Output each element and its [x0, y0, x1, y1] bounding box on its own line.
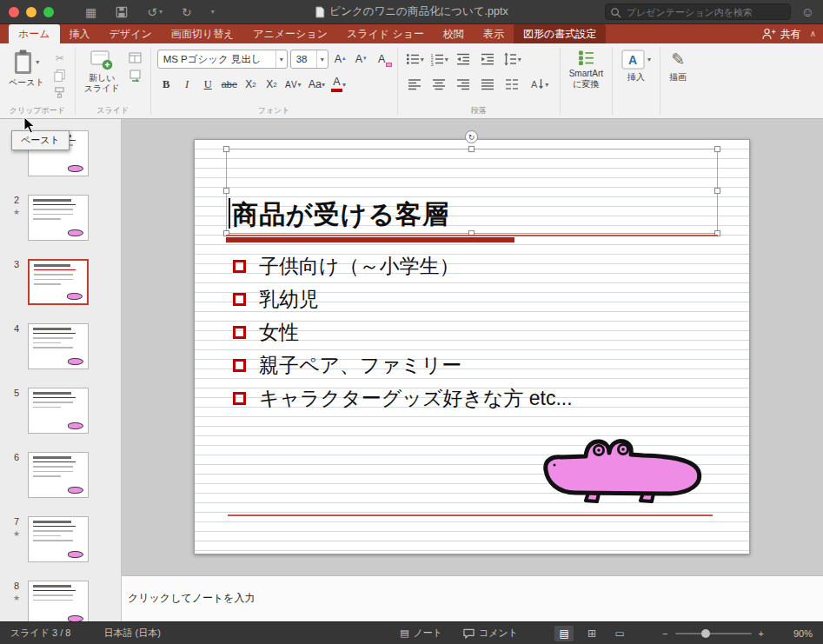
slide-layout-button[interactable] — [127, 50, 144, 65]
tab-view[interactable]: 表示 — [474, 24, 514, 43]
font-size-dropdown-icon[interactable]: ▾ — [316, 50, 328, 68]
resize-handle[interactable] — [468, 146, 475, 152]
bullets-button[interactable]: ▾ — [404, 50, 426, 69]
body-text-box[interactable]: 子供向け（～小学生） 乳幼児 女性 親子ペア、ファミリー キャラクターグッズ好き… — [233, 249, 573, 415]
thumbnail-preview[interactable] — [28, 388, 89, 434]
text-direction-button[interactable]: A ▾ — [526, 75, 554, 94]
line-spacing-button[interactable]: ▾ — [501, 50, 523, 69]
redo-button[interactable]: ↻ — [182, 5, 192, 19]
cut-button[interactable]: ✂ — [51, 50, 69, 65]
numbering-button[interactable]: 123 ▾ — [428, 50, 450, 69]
paste-button[interactable]: ▾ ペースト — [6, 49, 47, 104]
decrease-indent-button[interactable] — [453, 50, 475, 69]
collapse-ribbon-icon[interactable]: ∧ — [810, 24, 823, 43]
zoom-percentage[interactable]: 90% — [793, 628, 813, 639]
bold-button[interactable]: B — [157, 75, 176, 94]
underline-button[interactable]: U — [199, 75, 217, 94]
share-button[interactable]: 共有 — [753, 24, 810, 43]
bullet-item[interactable]: 乳幼児 — [233, 282, 573, 315]
thumbnail-preview[interactable] — [28, 195, 89, 241]
font-name-dropdown-icon[interactable]: ▾ — [275, 50, 287, 68]
thumbnail-preview[interactable] — [28, 516, 89, 562]
convert-to-smartart-button[interactable]: SmartArt に変換 — [567, 49, 606, 104]
search-input[interactable] — [605, 3, 791, 20]
slide-title-text[interactable]: 商品が受ける客層 — [232, 197, 449, 233]
slide-thumbnail-3-selected[interactable]: 3 — [5, 259, 121, 305]
tab-insert[interactable]: 挿入 — [60, 24, 100, 43]
slide-editing-area[interactable]: ↻ 商品が受ける客層 子供向け（～小学生） 乳幼児 女性 親子ペア、ファミリー … — [194, 139, 750, 554]
title-text-box[interactable]: ↻ 商品が受ける客層 — [226, 149, 718, 234]
slide-thumbnail-8[interactable]: 8★ — [5, 581, 121, 621]
thumbnail-preview[interactable] — [28, 323, 89, 369]
toolbar-options-dropdown[interactable]: ▾ — [211, 8, 215, 16]
slide-thumbnail-7[interactable]: 7★ — [5, 516, 121, 562]
copy-button[interactable] — [51, 68, 69, 83]
grow-font-button[interactable]: A▴ — [331, 50, 349, 69]
font-name-combo[interactable]: MS Pゴシック 見出し ▾ — [157, 50, 288, 69]
rotate-handle[interactable]: ↻ — [465, 130, 478, 143]
pink-crocodile-drawing[interactable] — [541, 434, 706, 507]
undo-button[interactable]: ↺▾ — [147, 5, 163, 19]
slide-thumbnail-6[interactable]: 6 — [5, 452, 121, 498]
change-case-button[interactable]: Aa▾ — [307, 75, 327, 94]
zoom-slider[interactable] — [675, 633, 752, 634]
zoom-slider-thumb[interactable] — [701, 629, 710, 638]
increase-indent-button[interactable] — [477, 50, 499, 69]
superscript-button[interactable]: X2 — [242, 75, 260, 94]
language-indicator[interactable]: 日本語 (日本) — [104, 627, 161, 640]
resize-handle[interactable] — [714, 146, 720, 152]
italic-button[interactable]: I — [178, 75, 196, 94]
align-right-button[interactable] — [453, 75, 475, 94]
format-painter-button[interactable] — [51, 85, 69, 100]
insert-text-box-button[interactable]: A ▾ 挿入 — [619, 49, 654, 104]
justify-button[interactable] — [477, 75, 499, 94]
search-box[interactable] — [605, 3, 791, 21]
insert-dropdown-icon[interactable]: ▾ — [647, 56, 651, 63]
slide-thumbnail-5[interactable]: 5 — [5, 388, 121, 434]
normal-view-button[interactable]: ▤ — [554, 626, 574, 641]
align-center-button[interactable] — [428, 75, 450, 94]
tab-animations[interactable]: アニメーション — [243, 24, 337, 43]
slide-thumbnail-4[interactable]: 4 — [5, 323, 121, 369]
bullet-item[interactable]: 子供向け（～小学生） — [233, 249, 573, 282]
tab-design[interactable]: デザイン — [100, 24, 162, 43]
resize-handle[interactable] — [223, 188, 229, 194]
toggle-notes-button[interactable]: ▤ ノート — [400, 627, 442, 640]
tab-transitions[interactable]: 画面切り替え — [162, 24, 244, 43]
zoom-out-button[interactable]: − — [662, 628, 667, 639]
tab-shape-format[interactable]: 図形の書式設定 — [514, 24, 606, 43]
thumbnail-preview[interactable] — [28, 581, 89, 621]
slide-canvas[interactable]: ↻ 商品が受ける客層 子供向け（～小学生） 乳幼児 女性 親子ペア、ファミリー … — [122, 119, 823, 575]
align-left-button[interactable] — [404, 75, 426, 94]
thumbnail-preview[interactable] — [28, 259, 89, 305]
reset-slide-button[interactable] — [127, 68, 144, 83]
bullet-item[interactable]: 親子ペア、ファミリー — [233, 349, 573, 382]
toggle-comments-button[interactable]: コメント — [463, 627, 518, 640]
bullet-item[interactable]: キャラクターグッズ好きな方 etc... — [233, 382, 573, 415]
draw-button[interactable]: ✎ 描画 — [667, 49, 689, 104]
zoom-window-button[interactable] — [43, 7, 54, 17]
resize-handle[interactable] — [223, 146, 229, 152]
minimize-window-button[interactable] — [26, 7, 37, 17]
slide-sorter-view-button[interactable]: ⊞ — [582, 626, 601, 641]
resize-handle[interactable] — [714, 188, 720, 194]
new-slide-button[interactable]: 新しい スライド — [82, 49, 123, 104]
close-window-button[interactable] — [9, 7, 19, 17]
strikethrough-button[interactable]: abe — [220, 75, 239, 94]
bullet-item[interactable]: 女性 — [233, 315, 573, 349]
tab-slideshow[interactable]: スライド ショー — [337, 24, 434, 43]
font-color-button[interactable]: A▾ — [329, 75, 348, 94]
paste-dropdown-icon[interactable]: ▾ — [36, 58, 39, 66]
tab-review[interactable]: 校閲 — [434, 24, 474, 43]
notes-pane[interactable]: クリックしてノートを入力 — [122, 575, 823, 621]
character-spacing-button[interactable]: AV▾ — [283, 75, 304, 94]
save-button[interactable] — [116, 6, 128, 18]
feedback-smiley-icon[interactable]: ☺ — [801, 4, 814, 19]
view-switcher-icon[interactable]: ▦ — [85, 5, 96, 19]
slide-thumbnail-2[interactable]: 2★ — [5, 195, 121, 241]
undo-dropdown-icon[interactable]: ▾ — [159, 8, 163, 16]
subscript-button[interactable]: X2 — [262, 75, 281, 94]
tab-home[interactable]: ホーム — [9, 24, 60, 43]
font-size-combo[interactable]: 38 ▾ — [290, 50, 329, 69]
slideshow-view-button[interactable]: ▭ — [610, 626, 629, 641]
